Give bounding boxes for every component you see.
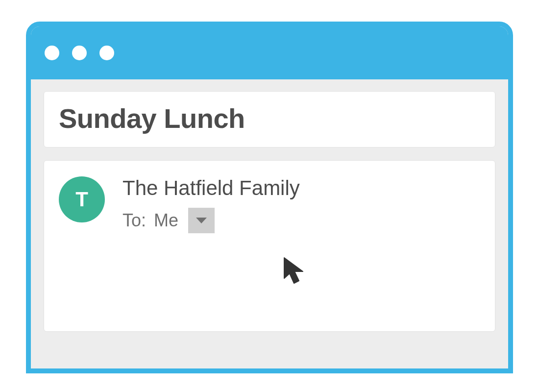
window-control-dot[interactable] — [72, 46, 87, 60]
recipient-details-toggle[interactable] — [188, 208, 215, 233]
svg-marker-0 — [196, 218, 207, 223]
recipient-row: To: Me — [122, 208, 300, 233]
avatar-initial: T — [75, 188, 88, 211]
titlebar — [31, 26, 508, 79]
sender-name: The Hatfield Family — [122, 176, 300, 200]
app-window: Sunday Lunch T The Hatfield Family To: M… — [26, 22, 513, 373]
window-control-dot[interactable] — [45, 46, 59, 60]
caret-down-icon — [196, 218, 207, 223]
window-control-dot[interactable] — [99, 46, 114, 60]
to-value: Me — [154, 210, 178, 231]
sender-avatar[interactable]: T — [59, 176, 105, 222]
content-area: Sunday Lunch T The Hatfield Family To: M… — [31, 79, 508, 332]
message-card: T The Hatfield Family To: Me — [44, 160, 495, 332]
message-meta: The Hatfield Family To: Me — [122, 175, 300, 233]
subject-card: Sunday Lunch — [44, 91, 495, 147]
email-subject: Sunday Lunch — [59, 102, 480, 134]
to-label: To: — [122, 210, 146, 231]
